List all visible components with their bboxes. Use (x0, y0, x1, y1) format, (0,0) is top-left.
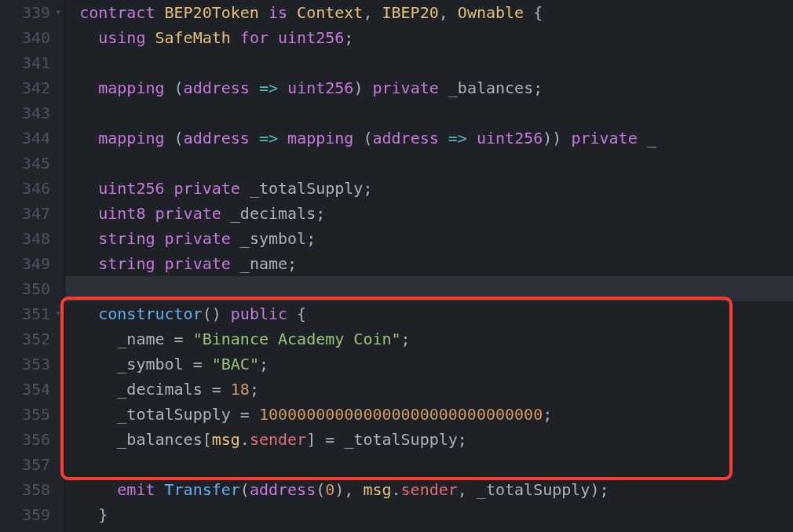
code-token: = (212, 380, 221, 399)
code-line[interactable]: mapping (address => mapping (address => … (79, 126, 793, 151)
code-area[interactable]: contract BEP20Token is Context, IBEP20, … (65, 0, 793, 532)
code-token (278, 78, 287, 97)
code-token: address (372, 129, 438, 148)
code-token: string (98, 254, 155, 273)
code-token (231, 28, 240, 47)
code-token: constructor (98, 304, 202, 323)
line-number: 358 (22, 477, 50, 502)
code-token: ( (353, 129, 372, 148)
code-token (155, 480, 164, 499)
code-token: using (98, 28, 145, 47)
line-number: 343 (22, 100, 50, 126)
code-token: . (240, 430, 250, 449)
code-token: = (174, 330, 184, 348)
code-token: ( (316, 480, 325, 499)
code-line[interactable] (79, 100, 793, 126)
code-line[interactable]: using SafeMath for uint256; (79, 25, 793, 50)
line-number-gutter: 3393403413423433443453463473483493503513… (0, 0, 65, 532)
code-token: msg (363, 480, 391, 499)
line-number: 350 (22, 276, 50, 301)
line-number: 348 (22, 226, 50, 251)
line-number: 344 (22, 126, 50, 151)
code-token: => (448, 129, 467, 148)
code-token: ; (401, 330, 411, 348)
code-token: for (240, 28, 269, 47)
code-line[interactable]: emit Transfer(address(0), msg.sender, _t… (79, 477, 793, 502)
line-number: 342 (22, 75, 50, 100)
code-token: public (231, 304, 287, 323)
code-token: Ownable (458, 3, 524, 22)
code-line[interactable] (79, 151, 793, 176)
line-number: 346 (22, 176, 50, 201)
code-token: address (250, 480, 316, 499)
code-line[interactable]: _balances[msg.sender] = _totalSupply; (79, 427, 793, 452)
line-number: 359 (22, 502, 50, 527)
code-token (221, 380, 231, 399)
code-token (278, 129, 287, 148)
code-token: _totalSupply; (334, 430, 467, 449)
code-token: _totalSupply; (240, 179, 373, 198)
code-token: private (155, 204, 221, 223)
code-token: _totalSupply (117, 405, 240, 424)
code-line[interactable] (79, 50, 793, 75)
code-token: ] (306, 430, 325, 449)
code-token (203, 355, 212, 373)
code-line[interactable]: _name = "Binance Academy Coin"; (79, 326, 793, 352)
code-token: = (325, 430, 334, 449)
code-token: _decimals; (221, 204, 325, 223)
code-line[interactable]: uint8 private _decimals; (79, 201, 793, 226)
code-line[interactable]: string private _name; (79, 251, 793, 276)
code-token: IBEP20 (382, 3, 439, 22)
code-token (439, 129, 448, 148)
line-number: 357 (22, 452, 50, 477)
code-line[interactable]: } (79, 502, 793, 527)
code-editor[interactable]: 3393403413423433443453463473483493503513… (0, 0, 793, 532)
code-token: string (98, 229, 155, 248)
code-token: private (372, 78, 438, 97)
code-line[interactable] (65, 276, 793, 301)
code-line[interactable]: _decimals = 18; (79, 377, 793, 402)
code-token: uint256 (287, 78, 353, 97)
code-token (155, 3, 164, 22)
code-token: BEP20Token (165, 3, 259, 22)
code-token: ), (334, 480, 363, 499)
line-number: 341 (22, 50, 50, 75)
line-number: 349 (22, 251, 50, 276)
line-number: 356 (22, 427, 50, 452)
code-token: 100000000000000000000000000000 (259, 405, 543, 424)
code-token: SafeMath (155, 28, 230, 47)
code-line[interactable]: uint256 private _totalSupply; (79, 176, 793, 201)
code-token (259, 3, 269, 22)
code-token: ) (353, 78, 372, 97)
code-token: . (392, 480, 401, 499)
code-token: )) (543, 129, 571, 148)
code-token: "BAC" (212, 355, 259, 373)
code-token: , (439, 3, 458, 22)
code-token: [ (203, 430, 212, 449)
code-token (155, 229, 164, 248)
code-token (165, 179, 174, 198)
code-token: Transfer (165, 480, 240, 499)
code-line[interactable]: string private _symbol; (79, 226, 793, 251)
code-token: _name (117, 330, 174, 348)
code-token: address (184, 78, 250, 97)
code-token: 0 (325, 480, 334, 499)
code-token: mapping (287, 129, 353, 148)
code-line[interactable]: mapping (address => uint256) private _ba… (79, 75, 793, 100)
code-line[interactable]: _symbol = "BAC"; (79, 352, 793, 377)
code-token: _symbol (117, 355, 192, 373)
code-token: () (203, 304, 231, 323)
code-line[interactable]: _totalSupply = 1000000000000000000000000… (79, 402, 793, 427)
code-token: = (240, 405, 250, 424)
line-number: 345 (22, 151, 50, 176)
code-token: Context (297, 3, 363, 22)
code-token (145, 28, 155, 47)
code-line[interactable]: constructor() public { (79, 301, 793, 326)
code-token: , (363, 3, 382, 22)
code-token: _ (638, 129, 656, 148)
code-line[interactable] (79, 452, 793, 477)
code-token: _name; (231, 254, 297, 273)
code-line[interactable]: contract BEP20Token is Context, IBEP20, … (79, 0, 793, 25)
line-number: 339 (22, 0, 50, 25)
code-token: => (259, 78, 278, 97)
